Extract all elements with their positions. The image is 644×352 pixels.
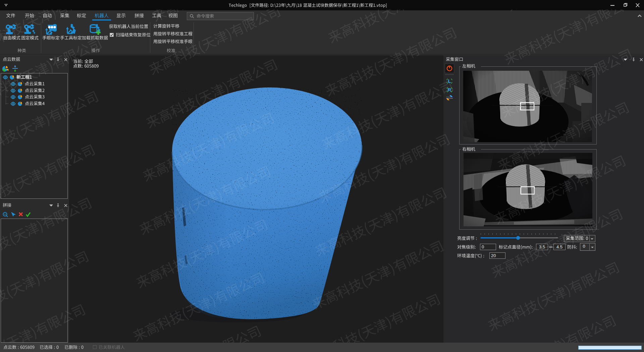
svg-text:R: R <box>448 87 451 93</box>
svg-text:L: L <box>448 78 451 84</box>
